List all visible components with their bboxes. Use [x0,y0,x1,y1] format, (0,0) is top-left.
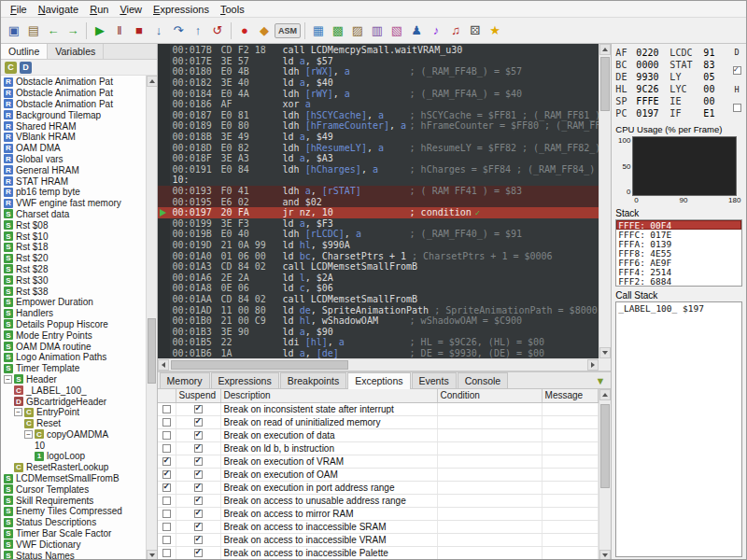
sidebar-item-stat-hram[interactable]: RSTAT HRAM [1,175,145,187]
scroll-up-icon[interactable] [599,44,611,55]
sidebar-item-details-popup-hiscore[interactable]: SDetails Popup Hiscore [1,319,145,330]
sidebar-scrollbar[interactable] [146,76,157,560]
scroll-up-icon[interactable] [599,389,611,400]
scrollbar-thumb[interactable] [171,360,348,370]
enabled-checkbox[interactable] [162,523,171,531]
sidebar-item-shared-hram[interactable]: RShared HRAM [1,120,145,132]
sidebar-item-reset[interactable]: CReset [1,418,145,429]
palette-viewer-icon[interactable]: ▧ [388,21,406,40]
disassembly-line[interactable]: 00:01AACD 84 02call LCDMemsetSmallFromB [158,294,599,305]
register-value[interactable]: 0197 [636,108,669,119]
navigate-forward-icon[interactable]: → [63,21,82,40]
scroll-down-icon[interactable] [147,550,157,560]
scroll-right-icon[interactable] [587,359,599,371]
enabled-checkbox[interactable] [162,549,171,557]
sidebar-item-oam-dma[interactable]: ROAM DMA [1,143,145,154]
enabled-checkbox[interactable] [162,418,171,427]
filter-icon[interactable]: ▼ [595,375,605,386]
sidebar-item-obstacle-animation-pat[interactable]: RObstacle Animation Pat [1,88,145,99]
exception-row[interactable]: Break on execution of OAM [158,469,599,482]
sidebar-item-rst-38[interactable]: SRst $38 [1,286,145,297]
sidebar-item-rst-20[interactable]: SRst $20 [1,253,145,264]
tab-memory[interactable]: Memory [160,372,210,388]
register-value[interactable]: 91 [703,48,720,58]
table-scrollbar[interactable] [599,389,611,560]
tab-expressions[interactable]: Expressions [211,372,279,388]
open-file-icon[interactable]: ▤ [24,21,43,40]
enabled-checkbox[interactable] [162,536,171,544]
register-value[interactable]: E1 [703,108,720,119]
disassembly-line[interactable]: 00:018F3E A3ld a, $A3 [158,153,599,164]
disassembly-line[interactable]: 00:019720 FAjr nz, 10; condition✓ [158,207,599,218]
tab-console[interactable]: Console [458,372,509,388]
enabled-checkbox[interactable] [162,431,171,440]
music-icon[interactable]: ♫ [446,21,465,40]
sidebar-item-entrypoint[interactable]: −CEntryPoint [1,407,145,418]
sidebar-item-timer-bar-scale-factor[interactable]: STimer Bar Scale Factor [1,528,145,539]
menu-view[interactable]: View [114,3,148,16]
sidebar-item-general-hram[interactable]: RGeneral HRAM [1,164,145,175]
menu-navigate[interactable]: Navigate [33,3,84,16]
filter-code-button[interactable]: C [5,62,17,74]
pause-icon[interactable]: ‖ [110,21,129,40]
suspend-checkbox[interactable] [194,483,203,492]
player-icon[interactable]: ♟ [407,21,426,40]
sidebar-item-rst-28[interactable]: SRst $28 [1,264,145,275]
exception-row[interactable]: Break on execution of data [158,429,599,442]
register-value[interactable]: 83 [703,60,720,70]
tab-exceptions[interactable]: Exceptions [347,372,410,389]
exception-row[interactable]: Break on ld b, b instruction [158,442,599,455]
enabled-checkbox[interactable] [162,497,171,505]
disassembly-line[interactable]: 00:01993E F3ld a, $F3 [158,218,599,230]
disassembly-line[interactable]: 00:01A62E 2Ald l, $2A [158,272,599,283]
register-value[interactable]: 0000 [636,60,669,70]
tab-variables[interactable]: Variables [48,44,104,59]
exception-row[interactable]: Break on inconsistent state after interr… [158,403,599,416]
collapse-icon[interactable]: − [4,375,12,384]
sidebar-item-vblank-hram[interactable]: RVBlank HRAM [1,132,145,143]
breakpoint-icon[interactable]: ● [235,21,254,40]
sidebar-item-copyoamdma[interactable]: −CcopyOAMDMA [1,429,145,441]
disassembly-line[interactable]: 00:019BE0 40ldh [rLCDC], a; (_RAM_FF40_)… [158,229,599,240]
sidebar-item-charset-data[interactable]: SCharset data [1,209,145,220]
disassembly-line[interactable]: 00:018B3E 49ld a, $49 [158,132,599,143]
dice-icon[interactable]: ⚄ [466,21,485,40]
stack-entry[interactable]: FFFA:0139 [616,239,741,248]
disassembly-line[interactable]: 00:0187E0 81ldh [hSCYCache], a; hSCYCach… [158,110,599,121]
scrollbar-thumb[interactable] [148,318,156,384]
run-icon[interactable]: ▶ [91,21,109,40]
suspend-checkbox[interactable] [194,536,203,544]
stack-entry[interactable]: FFF6:AE9F [616,258,741,267]
tilemap-viewer-icon[interactable]: ▩ [329,21,347,40]
sidebar-item-background-tilemap[interactable]: RBackground Tilemap [1,109,145,120]
tab-events[interactable]: Events [412,372,457,388]
stack-entry[interactable]: FFF8:4E55 [616,248,741,258]
sidebar-item-resetrasterlookup[interactable]: CResetRasterLookup [1,462,145,473]
disassembly-line[interactable]: 00:0184E0 4Aldh [rWY], a; (_RAM_FF4A_) =… [158,88,599,99]
disassembly-line[interactable]: 00:0195E6 02and $02 [158,196,599,207]
suspend-checkbox[interactable] [194,510,203,518]
menu-file[interactable]: File [5,3,33,16]
disassembly-line[interactable]: 00:01823E 40ld a, $40 [158,77,599,89]
register-value[interactable]: 05 [703,72,720,82]
menu-run[interactable]: Run [84,3,114,16]
sidebar-item-mode-entry-points[interactable]: SMode Entry Points [1,329,145,341]
disassembly-line[interactable]: 00:0191E0 84ldh [hCharges], a; hCharges … [158,164,599,175]
stack-entry[interactable]: FFF2:6884 [616,276,741,286]
disassembly-vscrollbar[interactable] [599,44,611,358]
enabled-checkbox[interactable] [162,444,171,453]
audio-viewer-icon[interactable]: ♪ [427,21,445,40]
register-toggle-checkbox[interactable] [733,104,741,112]
enabled-checkbox[interactable] [162,510,171,518]
sidebar-item-oam-dma-routine[interactable]: SOAM DMA routine [1,341,145,352]
sidebar-item-status-names[interactable]: SStatus Names [1,550,145,560]
stack-entry[interactable]: FFF4:2514 [616,267,741,276]
tab-outline[interactable]: Outline [1,44,48,59]
scroll-down-icon[interactable] [599,550,611,560]
register-value[interactable]: 9C26 [636,84,669,94]
reset-icon[interactable]: ↺ [208,21,227,40]
stack-entry[interactable]: FFFE:00F4 [616,220,741,230]
suspend-checkbox[interactable] [194,457,203,466]
sidebar-item-pb16-temp-byte[interactable]: Rpb16 temp byte [1,187,145,198]
disassembly-line[interactable]: 00:017E3E 57ld a, $57 [158,56,599,67]
